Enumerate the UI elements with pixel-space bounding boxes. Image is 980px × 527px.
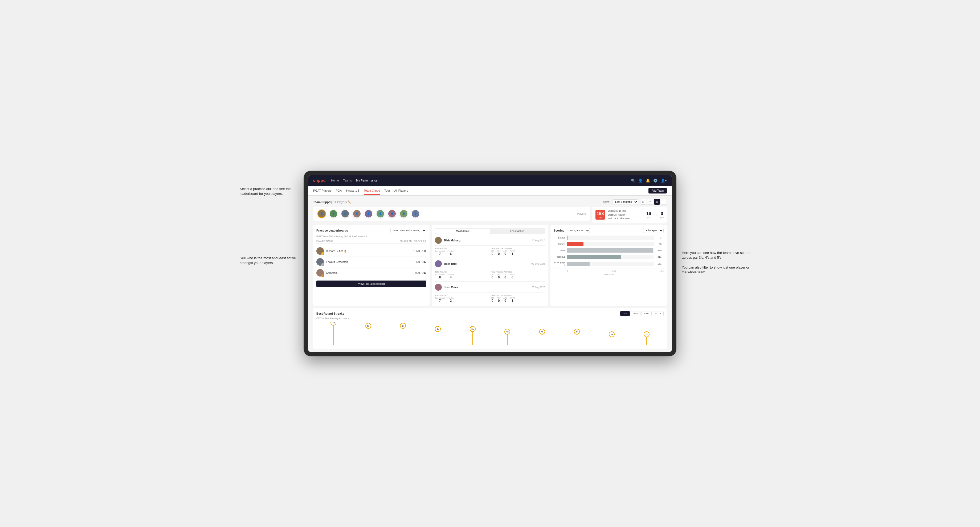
- activity-name-3: Josh Coles: [444, 286, 530, 289]
- view-list-icon[interactable]: ≡: [647, 199, 653, 205]
- streaks-tab-putt[interactable]: PUTT: [653, 311, 664, 316]
- view-sort-icon[interactable]: ↕: [661, 199, 667, 205]
- activities-values-1: OTT 0 APP 0 ARG: [490, 250, 545, 256]
- scoring-par-select[interactable]: Par 3, 4 & 5s Par 3s Par 4s Par 5s: [567, 228, 590, 233]
- lb-avg-1: 110: [422, 250, 426, 252]
- activity-player-2: Rees Britt 02 Sep 2023 Total Rounds Tour…: [435, 260, 545, 282]
- total-rounds-block-3: Total Rounds Tournament 7 Practice: [435, 294, 490, 303]
- leaderboard-header: Practice Leaderboards PUTT Must Make Put…: [317, 228, 426, 233]
- subnav-team-clippd[interactable]: Team Clippd: [364, 187, 380, 195]
- streaks-tab-ott[interactable]: OTT: [620, 311, 630, 316]
- activity-player-3: Josh Coles 26 Aug 2023 Total Rounds Tour…: [435, 284, 545, 303]
- streaks-tabs: OTT APP ARG PUTT: [620, 311, 663, 316]
- bar-label-eagles: Eagles: [554, 237, 565, 239]
- tablet-frame: clippd Home Teams My Performance 🔍 👤 🔔 ⚙…: [304, 171, 676, 356]
- subnav-pgat[interactable]: PGAT Players: [313, 187, 332, 195]
- streak-circle-9: 3x: [609, 332, 615, 337]
- lb-avg-3: 103: [422, 271, 426, 275]
- shot-badge: 198 SC: [595, 210, 605, 220]
- player-avatar-9[interactable]: 👤: [411, 210, 420, 218]
- shot-metric-1: 16 yds: [646, 211, 651, 219]
- search-icon[interactable]: 🔍: [631, 179, 635, 183]
- shot-info: Shot Dist: 16 yds Start Lie: Rough End L…: [608, 209, 644, 221]
- bar-label-bogeys: Bogeys: [554, 256, 565, 258]
- bar-fill-eagles: [567, 236, 568, 240]
- profile-icon[interactable]: 👤▾: [661, 179, 667, 183]
- streak-circle-7: 4x: [539, 329, 545, 335]
- player-avatar-5[interactable]: 👤: [364, 210, 373, 218]
- tournament-stat-1: Tournament 7: [435, 250, 445, 256]
- team-title-block: Team Clippd | 14 Players ✏️: [313, 199, 351, 204]
- nav-home[interactable]: Home: [331, 178, 339, 183]
- streaks-tab-app[interactable]: APP: [631, 311, 641, 316]
- drill-select[interactable]: PUTT Must Make Putting: [390, 228, 426, 233]
- most-active-tab[interactable]: Most Active: [435, 229, 490, 234]
- metric-divider: ○: [654, 212, 657, 218]
- app-logo: clippd: [313, 178, 326, 183]
- lb-score-1: 19/20: [413, 250, 420, 252]
- activity-name-1: Blair McHarg: [444, 239, 530, 242]
- streak-line-9: [612, 337, 612, 344]
- bar-row-doubles: D. Bogeys + 131: [554, 261, 654, 267]
- subnav-pga[interactable]: PGA: [336, 187, 342, 195]
- least-active-tab[interactable]: Least Active: [490, 229, 545, 234]
- streaks-tab-arg[interactable]: ARG: [641, 311, 652, 316]
- rank-badge-3: 3: [321, 274, 325, 277]
- streak-point-2: 6x: [351, 323, 386, 344]
- activity-date-2: 02 Sep 2023: [531, 262, 545, 265]
- practice-activities-label-1: Total Practice Activities: [490, 247, 545, 250]
- leaderboard-row-1: 1 Richard Butler 🥇 19/20 110: [317, 246, 426, 257]
- streak-point-4: 5x: [421, 326, 455, 344]
- bar-track-eagles: 3: [567, 236, 654, 240]
- subnav-hcaps[interactable]: Hcaps 1-5: [346, 187, 360, 195]
- streak-point-10: 3x: [629, 332, 663, 344]
- activity-name-2: Rees Britt: [444, 262, 529, 265]
- player-avatar-2[interactable]: 👤: [329, 210, 338, 218]
- scoring-player-select[interactable]: All Players: [643, 228, 663, 233]
- bar-value-pars: 499: [657, 249, 662, 252]
- subnav-all-players[interactable]: All Players: [395, 187, 408, 195]
- view-table-icon[interactable]: ▤: [654, 199, 660, 205]
- players-row: 👤 👤 👤 👤 👤 👤 👤 👤 👤 Players: [313, 207, 590, 221]
- player-avatar-7[interactable]: 👤: [388, 210, 396, 218]
- player-avatar-6[interactable]: 👤: [376, 210, 385, 218]
- streak-point-3: 6x: [386, 323, 420, 344]
- leaderboard-row-3: 3 Cameron... 17/20 103: [317, 268, 426, 278]
- activity-avatar-2: [435, 260, 442, 267]
- player-avatar-1[interactable]: 👤: [317, 210, 326, 218]
- bell-icon[interactable]: 🔔: [646, 179, 650, 183]
- team-name: Team Clippd | 14 Players ✏️: [313, 200, 351, 204]
- nav-my-performance[interactable]: My Performance: [356, 178, 378, 183]
- chart-x-label: Total Shots: [554, 273, 663, 276]
- streaks-section: Best Round Streaks OTT APP ARG PUTT Off …: [313, 308, 667, 349]
- view-full-leaderboard-button[interactable]: View Full Leaderboard: [317, 281, 426, 287]
- view-icons: ⊞ ≡ ▤ ↕: [640, 199, 667, 205]
- bar-row-bogeys: Bogeys 311: [554, 255, 654, 259]
- shot-card: 198 SC Shot Dist: 16 yds Start Lie: Roug…: [592, 207, 667, 223]
- streak-circle-6: 4x: [504, 329, 510, 335]
- person-icon[interactable]: 👤: [638, 179, 643, 183]
- practice-leaderboards-card: Practice Leaderboards PUTT Must Make Put…: [313, 225, 430, 306]
- streak-line-3: [403, 329, 403, 344]
- activity-date-1: 26 Aug 2023: [531, 239, 545, 242]
- streaks-chart: 7x 6x 6x 5x: [317, 322, 663, 346]
- nav-teams[interactable]: Teams: [343, 178, 352, 183]
- streak-point-9: 3x: [595, 332, 629, 344]
- subnav-tour[interactable]: Tour: [384, 187, 390, 195]
- player-avatar-3[interactable]: 👤: [341, 210, 349, 218]
- streak-line-1: [333, 325, 334, 344]
- bar-row-pars: Pars 499: [554, 248, 654, 252]
- metric2-val: 0: [660, 211, 663, 216]
- add-team-button[interactable]: Add Team: [648, 188, 667, 194]
- player-avatar-4[interactable]: 👤: [353, 210, 361, 218]
- view-grid-icon[interactable]: ⊞: [640, 199, 646, 205]
- player-avatar-8[interactable]: 👤: [399, 210, 408, 218]
- nav-icons: 🔍 👤 🔔 ⚙️ 👤▾: [631, 179, 667, 183]
- activity-player-1: Blair McHarg 26 Aug 2023 Total Rounds To…: [435, 237, 545, 258]
- show-select[interactable]: Last 3 months Last 6 months Last year: [612, 199, 638, 205]
- streak-circle-2: 6x: [365, 323, 371, 329]
- settings-icon[interactable]: ⚙️: [653, 179, 657, 183]
- bar-value-bogeys: 311: [657, 256, 662, 258]
- bar-label-pars: Pars: [554, 249, 565, 252]
- scoring-title: Scoring: [554, 229, 565, 232]
